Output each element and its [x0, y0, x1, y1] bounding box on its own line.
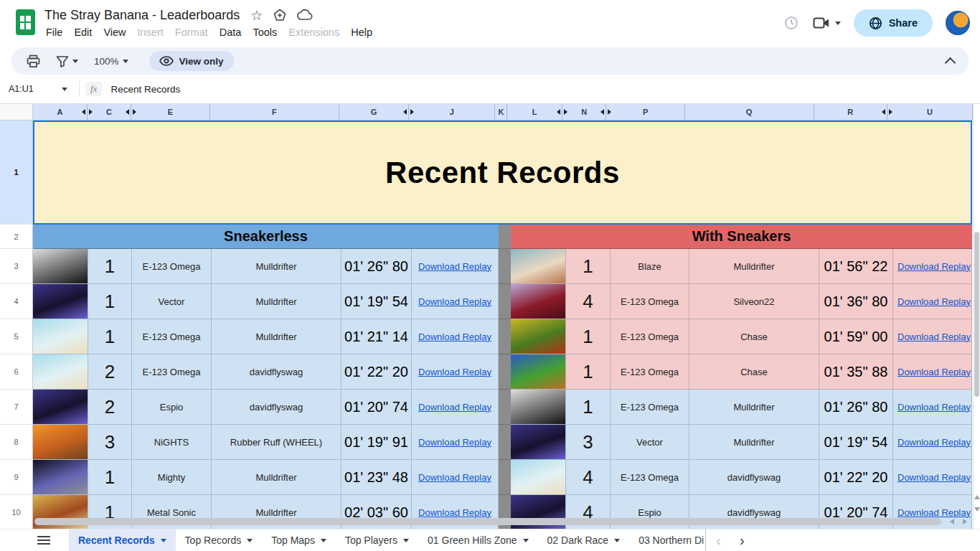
- column-header-a[interactable]: A: [33, 104, 88, 121]
- column-header-u[interactable]: U: [887, 104, 973, 121]
- track-thumbnail-cell[interactable]: [511, 319, 566, 354]
- player-cell[interactable]: Mulldrifter: [689, 390, 819, 425]
- vertical-scrollbar[interactable]: [973, 104, 980, 529]
- track-thumbnail-cell[interactable]: [511, 249, 566, 284]
- row-header-9[interactable]: 9: [0, 460, 33, 495]
- all-sheets-menu-icon[interactable]: [37, 536, 50, 545]
- menu-item-file[interactable]: File: [40, 24, 68, 40]
- character-cell[interactable]: Vector: [611, 425, 689, 460]
- unhide-columns-icon[interactable]: [403, 109, 407, 115]
- player-cell[interactable]: davidflyswag: [212, 390, 341, 425]
- column-header-l[interactable]: L: [507, 104, 562, 121]
- star-icon[interactable]: ☆: [250, 9, 263, 22]
- player-cell[interactable]: Mulldrifter: [212, 249, 341, 284]
- menu-item-insert[interactable]: Insert: [132, 24, 169, 40]
- player-cell[interactable]: Chase: [689, 319, 819, 354]
- download-replay-link[interactable]: Download Replay: [418, 261, 491, 272]
- unhide-columns-icon[interactable]: [600, 109, 604, 115]
- menu-item-data[interactable]: Data: [214, 24, 248, 40]
- print-button[interactable]: [22, 55, 45, 68]
- download-replay-link[interactable]: Download Replay: [897, 261, 971, 272]
- time-cell[interactable]: 01' 20" 74: [341, 390, 412, 425]
- create-filter-button[interactable]: [51, 55, 83, 67]
- character-cell[interactable]: E-123 Omega: [611, 354, 689, 390]
- player-cell[interactable]: Silveon22: [689, 284, 819, 319]
- player-cell[interactable]: Mulldrifter: [212, 284, 341, 319]
- character-cell[interactable]: Espio: [132, 390, 212, 425]
- track-thumbnail-cell[interactable]: [33, 284, 88, 319]
- download-replay-link[interactable]: Download Replay: [897, 367, 971, 377]
- time-cell[interactable]: 01' 21" 14: [341, 319, 412, 354]
- character-cell[interactable]: Blaze: [611, 249, 689, 284]
- download-replay-link[interactable]: Download Replay: [897, 507, 971, 518]
- track-thumbnail-cell[interactable]: [511, 284, 566, 319]
- column-header-q[interactable]: Q: [685, 104, 814, 121]
- row-header-10[interactable]: 10: [0, 495, 33, 530]
- row-header-7[interactable]: 7: [0, 390, 33, 425]
- time-cell[interactable]: 01' 23" 48: [341, 460, 412, 495]
- scroll-up-icon[interactable]: [974, 495, 980, 499]
- unhide-columns-icon[interactable]: [410, 109, 414, 115]
- character-cell[interactable]: E-123 Omega: [132, 354, 212, 390]
- row-header-8[interactable]: 8: [0, 425, 33, 460]
- player-cell[interactable]: Mulldrifter: [212, 460, 341, 495]
- player-cell[interactable]: Rubber Ruff (WHEEL): [212, 425, 341, 460]
- grid-corner-box[interactable]: [0, 104, 33, 121]
- column-header-k[interactable]: K: [495, 104, 507, 121]
- zoom-control[interactable]: 100%: [89, 56, 133, 67]
- sheet-tab-recent-records[interactable]: Recent Records: [69, 529, 176, 551]
- track-thumbnail-cell[interactable]: [511, 390, 566, 425]
- separator-column[interactable]: [499, 249, 511, 284]
- place-cell[interactable]: 4: [566, 284, 611, 319]
- download-replay-link[interactable]: Download Replay: [897, 402, 971, 413]
- download-replay-link[interactable]: Download Replay: [897, 472, 971, 483]
- sheet-tab-top-records[interactable]: Top Records: [176, 529, 263, 551]
- menu-item-view[interactable]: View: [98, 24, 131, 40]
- name-box-caret[interactable]: [62, 88, 67, 91]
- column-header-p[interactable]: P: [606, 104, 684, 121]
- download-replay-link[interactable]: Download Replay: [897, 331, 971, 342]
- cloud-status-icon[interactable]: [297, 9, 313, 21]
- column-header-g[interactable]: G: [339, 104, 409, 121]
- menu-item-tools[interactable]: Tools: [247, 24, 283, 40]
- place-cell[interactable]: 1: [88, 284, 132, 319]
- track-thumbnail-cell[interactable]: [33, 319, 88, 354]
- time-cell[interactable]: 01' 22" 20: [819, 460, 893, 495]
- toolbar-collapse-chevron[interactable]: [945, 57, 956, 68]
- character-cell[interactable]: E-123 Omega: [611, 390, 689, 425]
- time-cell[interactable]: 01' 56" 22: [819, 249, 893, 284]
- track-thumbnail-cell[interactable]: [33, 425, 88, 460]
- column-header-n[interactable]: N: [562, 104, 607, 121]
- formula-input[interactable]: Recent Records: [110, 84, 180, 95]
- title-cell[interactable]: Recent Records: [33, 121, 972, 225]
- sheet-tab-03-northern-di[interactable]: 03 Northern Di: [629, 529, 706, 551]
- meet-presentation-control[interactable]: [813, 16, 841, 30]
- place-cell[interactable]: 1: [88, 460, 132, 495]
- add-shortcut-icon[interactable]: [273, 9, 286, 22]
- tab-nav-prev-icon[interactable]: ‹: [716, 532, 721, 549]
- unhide-columns-icon[interactable]: [882, 109, 885, 115]
- character-cell[interactable]: E-123 Omega: [611, 460, 689, 495]
- track-thumbnail-cell[interactable]: [511, 354, 566, 390]
- column-header-f[interactable]: F: [210, 104, 339, 121]
- track-thumbnail-cell[interactable]: [511, 425, 566, 460]
- vertical-scrollbar-thumb[interactable]: [974, 232, 979, 397]
- track-thumbnail-cell[interactable]: [511, 460, 566, 495]
- download-replay-link[interactable]: Download Replay: [418, 402, 491, 413]
- unhide-columns-icon[interactable]: [564, 109, 567, 115]
- download-replay-link[interactable]: Download Replay: [418, 437, 491, 448]
- sheet-tab-menu-caret[interactable]: [523, 539, 529, 542]
- character-cell[interactable]: NiGHTS: [132, 425, 212, 460]
- separator-column[interactable]: [499, 354, 511, 390]
- place-cell[interactable]: 1: [566, 249, 611, 284]
- sheet-tab-02-dark-race[interactable]: 02 Dark Race: [538, 529, 630, 551]
- download-replay-link[interactable]: Download Replay: [897, 296, 971, 307]
- player-cell[interactable]: Mulldrifter: [212, 319, 341, 354]
- separator-column[interactable]: [499, 225, 511, 249]
- name-box[interactable]: A1:U1: [0, 84, 62, 94]
- track-thumbnail-cell[interactable]: [33, 354, 88, 390]
- row-header-6[interactable]: 6: [0, 354, 33, 390]
- download-replay-link[interactable]: Download Replay: [418, 367, 491, 377]
- time-cell[interactable]: 01' 19" 54: [341, 284, 412, 319]
- place-cell[interactable]: 4: [566, 460, 611, 495]
